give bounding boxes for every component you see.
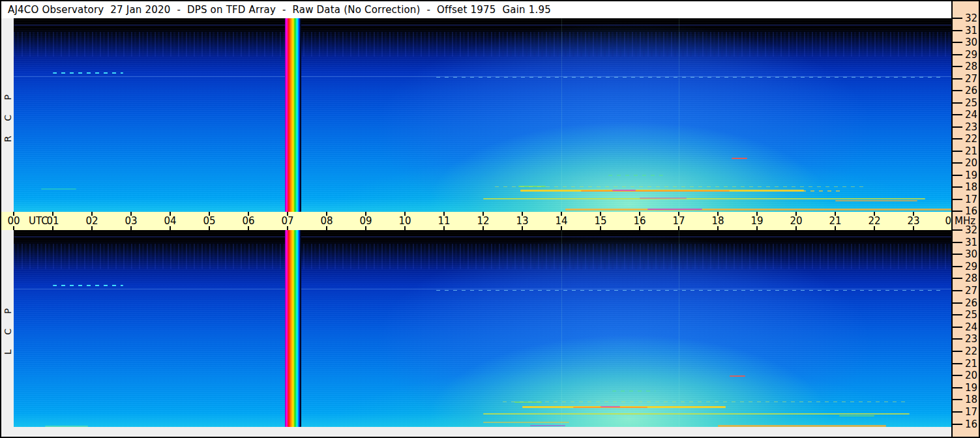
freq-tick xyxy=(953,90,962,91)
freq-tick xyxy=(953,242,962,243)
emission-dashes xyxy=(495,186,867,187)
rfi-line xyxy=(14,289,953,289)
emission-streak xyxy=(483,198,925,199)
time-label: 09 xyxy=(359,215,372,227)
freq-tick xyxy=(953,126,962,128)
freq-label: 28 xyxy=(965,272,977,285)
freq-label: 17 xyxy=(965,405,977,418)
freq-label: 16 xyxy=(965,205,977,218)
freq-label: 20 xyxy=(965,156,977,169)
time-label: 20 xyxy=(790,215,802,227)
freq-label: 31 xyxy=(965,236,977,249)
bottom-margin xyxy=(1,427,953,437)
freq-tick xyxy=(953,54,962,55)
freq-tick xyxy=(953,151,962,152)
freq-tick xyxy=(953,266,962,267)
freq-label: 22 xyxy=(965,132,977,145)
calibration-stripe xyxy=(285,230,301,427)
emission-streak xyxy=(483,422,569,423)
spectrogram-panel-rcp xyxy=(14,18,953,212)
freq-tick xyxy=(953,387,962,388)
page-title: AJ4CO Observatory 27 Jan 2020 - DPS on T… xyxy=(1,1,953,18)
freq-tick xyxy=(953,338,962,340)
time-label: 11 xyxy=(438,215,450,227)
freq-label: 31 xyxy=(965,24,977,37)
freq-label: 22 xyxy=(965,345,977,358)
time-label: 21 xyxy=(829,215,841,227)
emission-streak xyxy=(718,425,886,427)
freq-label: 20 xyxy=(965,369,977,382)
emission-streak xyxy=(522,406,726,408)
freq-tick xyxy=(953,363,962,364)
lcp-panel-label: L C P xyxy=(1,230,14,427)
freq-label: 32 xyxy=(965,224,977,237)
freq-tick xyxy=(953,78,962,80)
emission-dashes xyxy=(503,402,906,402)
emission-streak xyxy=(483,413,910,415)
freq-tick xyxy=(953,314,962,315)
emission-streak xyxy=(573,407,647,408)
freq-tick xyxy=(953,290,962,291)
utc-unit-label: UTC xyxy=(29,215,48,227)
emission-streak xyxy=(839,415,874,416)
time-label: 22 xyxy=(868,215,880,227)
time-label: 08 xyxy=(320,215,333,227)
rfi-line xyxy=(14,76,953,77)
freq-label: 21 xyxy=(965,357,977,370)
time-label: 15 xyxy=(594,215,606,227)
emission-streak xyxy=(835,200,917,201)
freq-label: 18 xyxy=(965,181,977,194)
time-label: 01 xyxy=(46,215,59,227)
time-label: 13 xyxy=(516,215,528,227)
time-label: 23 xyxy=(907,215,919,227)
freq-tick xyxy=(953,211,962,212)
emission-streak xyxy=(45,426,88,427)
freq-label: 21 xyxy=(965,145,977,158)
time-axis: UTC 000102030405060708091011121314151617… xyxy=(1,212,953,230)
scanline-texture xyxy=(14,18,953,212)
freq-tick xyxy=(953,229,962,231)
emission-dashes xyxy=(436,77,945,78)
rfi-line xyxy=(14,237,953,237)
freq-label: 27 xyxy=(965,72,977,85)
emission-streak xyxy=(732,158,747,159)
freq-tick xyxy=(953,278,962,279)
spectrogram-app-window: AJ4CO Observatory 27 Jan 2020 - DPS on T… xyxy=(0,0,980,438)
freq-tick xyxy=(953,102,962,104)
freq-tick xyxy=(953,375,962,376)
emission-streak xyxy=(41,188,76,190)
freq-tick xyxy=(953,424,962,425)
freq-label: 25 xyxy=(965,96,977,110)
freq-tick xyxy=(953,411,962,413)
emission-dashes xyxy=(53,285,123,286)
emission-dashes xyxy=(436,290,945,291)
time-label: 18 xyxy=(711,215,724,227)
frequency-axis: MHz 323130292827262524232221201918171632… xyxy=(951,1,979,437)
freq-tick xyxy=(953,162,962,164)
time-label: 19 xyxy=(750,215,763,227)
freq-label: 17 xyxy=(965,193,977,206)
freq-label: 19 xyxy=(965,381,977,394)
freq-tick xyxy=(953,30,962,31)
freq-label: 26 xyxy=(965,297,977,310)
emission-streak xyxy=(520,190,804,192)
vertical-artifact-line xyxy=(561,230,562,427)
time-label: 12 xyxy=(477,215,489,227)
spectrogram-panel-lcp xyxy=(14,230,953,427)
calibration-stripe xyxy=(285,18,301,212)
freq-label: 19 xyxy=(965,169,977,182)
emission-streak xyxy=(730,375,745,377)
time-label: 17 xyxy=(672,215,685,227)
time-label: 14 xyxy=(555,215,567,227)
freq-label: 30 xyxy=(965,248,977,261)
emission-streak xyxy=(601,406,620,407)
emission-streak xyxy=(518,186,546,187)
freq-label: 24 xyxy=(965,321,977,334)
time-label: 04 xyxy=(164,215,176,227)
noise-band xyxy=(14,32,953,57)
vertical-artifact-line xyxy=(679,18,679,212)
emission-dashes xyxy=(777,190,843,192)
emission-streak xyxy=(647,209,702,210)
emission-streak xyxy=(514,402,542,403)
scanline-texture xyxy=(14,230,953,427)
